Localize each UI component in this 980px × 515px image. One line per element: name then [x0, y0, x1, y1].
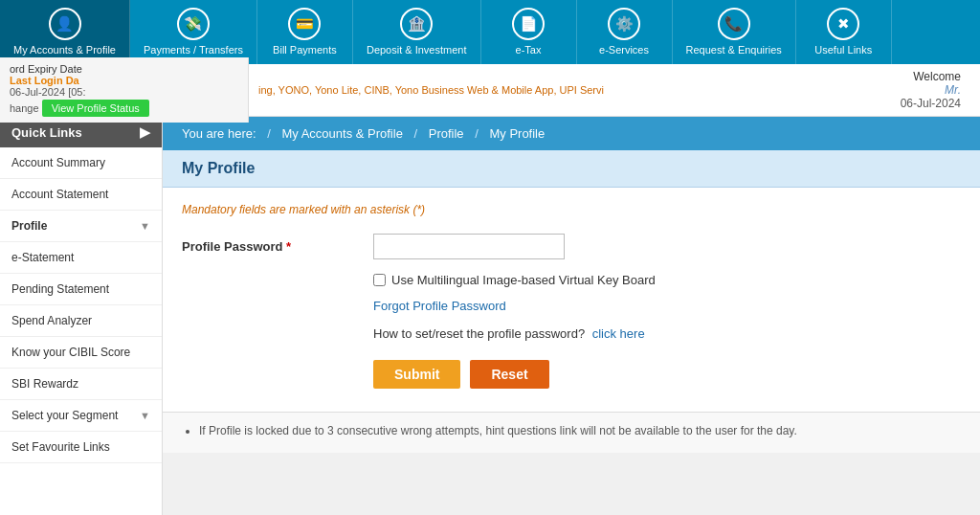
- sidebar-item-e-statement-label: e-Statement: [11, 251, 74, 264]
- nav-deposit-label: Deposit & Investment: [367, 44, 467, 56]
- click-here-link[interactable]: click here: [592, 326, 645, 341]
- sidebar-segment-arrow-icon: ▼: [140, 410, 150, 421]
- content-area: You are here: / My Accounts & Profile / …: [163, 117, 980, 515]
- sidebar-item-sbi-rewardz[interactable]: SBI Rewardz: [0, 369, 162, 400]
- last-login: Last Login Da: [10, 75, 238, 86]
- nav-my-accounts[interactable]: 👤 My Accounts & Profile: [0, 0, 130, 64]
- breadcrumb-sep3: /: [472, 126, 482, 141]
- breadcrumb-part3: My Profile: [489, 126, 545, 141]
- breadcrumb-sep1: /: [264, 126, 275, 141]
- eservices-icon: ⚙️: [608, 8, 640, 40]
- nav-bill-payments-label: Bill Payments: [273, 44, 337, 56]
- nav-useful-label: Useful Links: [814, 44, 872, 56]
- nav-eservices-label: e-Services: [599, 44, 649, 56]
- password-label-text: Profile Password: [182, 239, 282, 254]
- nav-etax[interactable]: 📄 e-Tax: [481, 0, 577, 64]
- ticker-right: Welcome Mr. 06-Jul-2024: [881, 64, 980, 116]
- payments-icon: 💸: [177, 8, 210, 40]
- my-accounts-icon: 👤: [49, 8, 81, 40]
- info-item: If Profile is locked due to 3 consecutiv…: [199, 424, 961, 437]
- sidebar-item-set-favourite[interactable]: Set Favourite Links: [0, 432, 162, 463]
- marquee-text: ing, YONO, Yono Lite, CINB, Yono Busines…: [258, 84, 604, 96]
- password-field-row: Profile Password *: [182, 234, 961, 259]
- request-icon: 📞: [718, 8, 750, 40]
- useful-icon: ✖: [827, 8, 859, 40]
- welcome-text: Welcome: [901, 70, 961, 83]
- nav-payments-label: Payments / Transfers: [144, 44, 243, 56]
- view-profile-button[interactable]: View Profile Status: [42, 100, 149, 117]
- ticker-left: ord Expiry Date Last Login Da 06-Jul-202…: [0, 57, 249, 123]
- nav-useful[interactable]: ✖ Useful Links: [796, 0, 892, 64]
- nav-eservices[interactable]: ⚙️ e-Services: [577, 0, 673, 64]
- info-list: If Profile is locked due to 3 consecutiv…: [182, 424, 961, 437]
- deposit-icon: 🏦: [400, 8, 433, 40]
- sidebar-item-spend-analyzer[interactable]: Spend Analyzer: [0, 305, 162, 337]
- sidebar-arrow-icon: ▶: [140, 124, 150, 140]
- breadcrumb-sep2: /: [411, 126, 421, 141]
- change-label: hange: [10, 102, 39, 114]
- profile-password-input[interactable]: [373, 234, 565, 259]
- breadcrumb: You are here: / My Accounts & Profile / …: [163, 117, 980, 150]
- info-panel: If Profile is locked due to 3 consecutiv…: [163, 412, 980, 453]
- breadcrumb-part1: My Accounts & Profile: [281, 126, 402, 141]
- nav-etax-label: e-Tax: [516, 44, 542, 56]
- sidebar-item-account-statement[interactable]: Account Statement: [0, 179, 162, 211]
- nav-my-accounts-label: My Accounts & Profile: [13, 44, 116, 56]
- breadcrumb-prefix: You are here:: [182, 126, 256, 141]
- how-to-text: How to set/reset the profile password?: [373, 326, 585, 341]
- submit-button[interactable]: Submit: [373, 360, 460, 389]
- login-date: 06-Jul-2024 [05:: [10, 86, 238, 98]
- main-layout: Quick Links ▶ Account Summary Account St…: [0, 117, 980, 515]
- sidebar-profile-arrow-icon: ▼: [140, 220, 150, 232]
- forgot-profile-password-link[interactable]: Forgot Profile Password: [373, 299, 961, 313]
- sidebar-item-e-statement[interactable]: e-Statement: [0, 242, 162, 274]
- sidebar-item-pending-statement-label: Pending Statement: [11, 282, 109, 296]
- mr-text: Mr.: [901, 83, 961, 97]
- sidebar-item-account-summary[interactable]: Account Summary: [0, 147, 162, 179]
- ticker-marquee: ing, YONO, Yono Lite, CINB, Yono Busines…: [249, 84, 881, 96]
- date-text: 06-Jul-2024: [901, 97, 961, 110]
- sidebar-item-profile[interactable]: Profile ▼: [0, 211, 162, 242]
- reset-button[interactable]: Reset: [470, 360, 548, 389]
- sidebar-item-sbi-rewardz-label: SBI Rewardz: [11, 377, 78, 391]
- bill-payments-icon: 💳: [288, 8, 321, 40]
- sidebar-item-pending-statement[interactable]: Pending Statement: [0, 274, 162, 305]
- button-row: Submit Reset: [373, 360, 961, 389]
- sidebar-header-label: Quick Links: [11, 125, 82, 140]
- sidebar-item-account-summary-label: Account Summary: [11, 156, 105, 169]
- nav-deposit[interactable]: 🏦 Deposit & Investment: [353, 0, 481, 64]
- top-nav: 👤 My Accounts & Profile 💸 Payments / Tra…: [0, 0, 980, 64]
- virtual-keyboard-row: Use Multilingual Image-based Virtual Key…: [373, 273, 961, 287]
- nav-request[interactable]: 📞 Request & Enquiries: [673, 0, 796, 64]
- expiry-label: ord Expiry Date: [10, 63, 238, 75]
- sidebar-item-account-statement-label: Account Statement: [11, 188, 108, 201]
- profile-panel: My Profile Mandatory fields are marked w…: [163, 150, 980, 412]
- password-label: Profile Password *: [182, 239, 373, 254]
- sidebar-item-know-cibil-label: Know your CIBIL Score: [11, 346, 130, 359]
- sidebar-item-select-segment[interactable]: Select your Segment ▼: [0, 400, 162, 432]
- nav-request-label: Request & Enquiries: [686, 44, 782, 56]
- last-login-label: Last Login Da: [10, 75, 79, 86]
- profile-title: My Profile: [163, 150, 980, 188]
- sidebar-item-select-segment-label: Select your Segment: [11, 409, 118, 422]
- ticker-bar: ord Expiry Date Last Login Da 06-Jul-202…: [0, 64, 980, 117]
- sidebar-item-profile-label: Profile: [11, 219, 47, 233]
- profile-body: Mandatory fields are marked with an aste…: [163, 188, 980, 412]
- sidebar: Quick Links ▶ Account Summary Account St…: [0, 117, 163, 515]
- mandatory-note: Mandatory fields are marked with an aste…: [182, 203, 961, 216]
- etax-icon: 📄: [512, 8, 545, 40]
- virtual-keyboard-checkbox[interactable]: [373, 274, 386, 286]
- breadcrumb-part2: Profile: [429, 126, 464, 141]
- sidebar-item-know-cibil[interactable]: Know your CIBIL Score: [0, 337, 162, 369]
- sidebar-item-spend-analyzer-label: Spend Analyzer: [11, 314, 92, 327]
- required-asterisk: *: [286, 239, 291, 254]
- nav-payments[interactable]: 💸 Payments / Transfers: [130, 0, 257, 64]
- virtual-keyboard-label: Use Multilingual Image-based Virtual Key…: [391, 273, 656, 287]
- nav-bill-payments[interactable]: 💳 Bill Payments: [257, 0, 353, 64]
- how-to-row: How to set/reset the profile password? c…: [373, 326, 961, 341]
- sidebar-item-set-favourite-label: Set Favourite Links: [11, 440, 110, 454]
